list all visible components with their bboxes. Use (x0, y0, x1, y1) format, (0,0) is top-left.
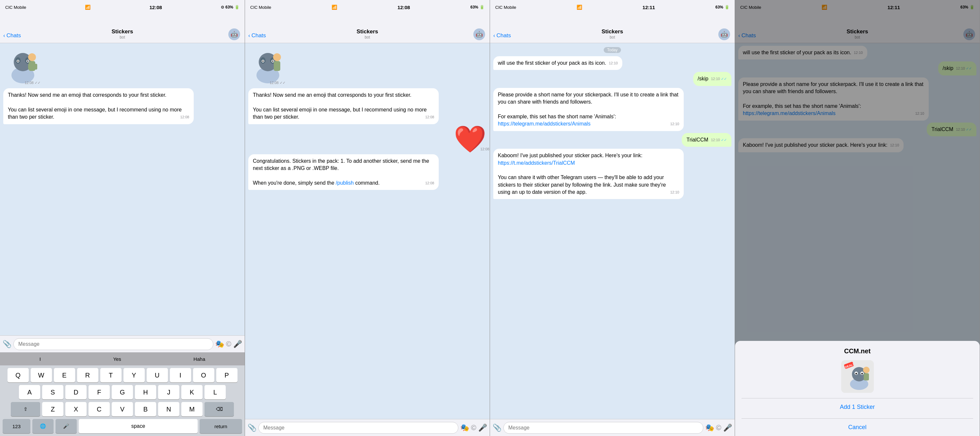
svg-point-20 (273, 53, 281, 61)
svg-rect-21 (274, 61, 280, 71)
avatar-2[interactable]: 🤖 (473, 29, 485, 40)
key-x[interactable]: X (65, 402, 87, 417)
key-k[interactable]: K (181, 385, 202, 399)
key-r[interactable]: R (77, 368, 98, 382)
panel-4: CIC Mobile 📶 12:11 63% 🔋 ‹ Chats Sticker… (735, 0, 980, 436)
key-g[interactable]: G (112, 385, 133, 399)
key-123[interactable]: 123 (3, 419, 30, 433)
key-q[interactable]: Q (8, 368, 29, 382)
gif-button-3[interactable]: © (716, 423, 721, 432)
svg-rect-11 (35, 64, 37, 70)
bubble-time-3a: 12:10 (609, 61, 618, 66)
svg-rect-31 (864, 373, 869, 380)
key-mic[interactable]: 🎤 (56, 419, 77, 433)
key-w[interactable]: W (31, 368, 52, 382)
back-button-3[interactable]: ‹ Chats (493, 32, 511, 39)
carrier-2: CIC Mobile (250, 5, 271, 10)
key-b[interactable]: B (135, 402, 156, 417)
attach-button-3[interactable]: 📎 (493, 423, 501, 432)
svg-point-19 (272, 61, 274, 62)
back-button-2[interactable]: ‹ Chats (248, 32, 266, 39)
key-row-3: ⇧ Z X C V B N M ⌫ (1, 402, 243, 417)
sticker-button-3[interactable]: 🎭 (705, 423, 714, 432)
keyboard-suggestions-1: I Yes Haha (0, 352, 245, 366)
key-d[interactable]: D (65, 385, 87, 399)
nav-title-1: Stickers (111, 29, 133, 35)
key-e[interactable]: E (54, 368, 75, 382)
gif-button-1[interactable]: © (226, 340, 231, 348)
status-icons-2: 63% 🔋 (470, 5, 484, 10)
key-s[interactable]: S (42, 385, 64, 399)
key-c[interactable]: C (89, 402, 110, 417)
mic-button-3[interactable]: 🎤 (723, 423, 732, 432)
nav-subtitle-1: bot (119, 35, 125, 40)
animals-link-3[interactable]: https://telegram.me/addstickers/Animals (498, 121, 590, 126)
gif-button-2[interactable]: © (471, 423, 476, 432)
chat-area-1: 12:08 ✓✓ Thanks! Now send me an emoji th… (0, 43, 245, 335)
battery-text-1: 63% (225, 5, 233, 10)
bubble-time-3e: 12:10 (670, 190, 679, 195)
sticker-button-1[interactable]: 🎭 (215, 340, 224, 348)
message-row-3a: will use the first sticker of your pack … (493, 56, 732, 70)
key-j[interactable]: J (158, 385, 179, 399)
bubble-text-2a: Thanks! Now send me an emoji that corres… (253, 92, 426, 120)
carrier-1: CIC Mobile (5, 5, 26, 10)
back-label-1[interactable]: Chats (6, 32, 21, 39)
key-globe[interactable]: 🌐 (32, 419, 54, 433)
modal-sticker-svg-4: DEAL! (843, 362, 872, 391)
key-t[interactable]: T (100, 368, 121, 382)
chevron-left-icon-3: ‹ (493, 32, 495, 39)
key-space[interactable]: space (79, 419, 197, 433)
key-shift[interactable]: ⇧ (11, 402, 40, 417)
attach-button-2[interactable]: 📎 (248, 423, 256, 432)
back-label-3[interactable]: Chats (496, 32, 511, 39)
key-return[interactable]: return (200, 419, 242, 433)
bubble-text-3e: Kaboom! I've just published your sticker… (498, 153, 666, 195)
message-input-2[interactable] (258, 422, 458, 434)
mic-button-1[interactable]: 🎤 (233, 340, 242, 348)
key-p[interactable]: P (216, 368, 237, 382)
key-m[interactable]: M (181, 402, 202, 417)
suggestion-yes[interactable]: Yes (113, 356, 121, 362)
svg-point-28 (855, 373, 857, 375)
message-row-3c: Please provide a short name for your sti… (493, 88, 732, 131)
key-i[interactable]: I (170, 368, 191, 382)
sticker-image-2 (248, 46, 288, 85)
add-sticker-button-4[interactable]: Add 1 Sticker (741, 398, 973, 416)
key-row-1: Q W E R T Y U I O P (1, 368, 243, 382)
publish-link-2[interactable]: /publish (336, 180, 354, 186)
key-o[interactable]: O (193, 368, 214, 382)
battery-text-2: 63% (470, 5, 478, 10)
bubble-3c: Please provide a short name for your sti… (493, 88, 684, 131)
key-l[interactable]: L (205, 385, 226, 399)
message-input-3[interactable] (503, 422, 703, 434)
back-button-1[interactable]: ‹ Chats (3, 32, 21, 39)
message-row-1: Thanks! Now send me an emoji that corres… (3, 88, 242, 124)
key-a[interactable]: A (19, 385, 40, 399)
status-icons-3: 63% 🔋 (715, 5, 729, 10)
time-3: 12:11 (643, 5, 655, 10)
key-u[interactable]: U (147, 368, 168, 382)
key-y[interactable]: Y (124, 368, 145, 382)
nav-title-2: Stickers (356, 29, 378, 35)
key-v[interactable]: V (112, 402, 133, 417)
avatar-3[interactable]: 🤖 (718, 29, 730, 40)
message-row-2a: Thanks! Now send me an emoji that corres… (248, 88, 487, 124)
key-h[interactable]: H (135, 385, 156, 399)
mic-button-2[interactable]: 🎤 (478, 423, 487, 432)
cancel-button-4[interactable]: Cancel (741, 418, 973, 436)
back-label-2[interactable]: Chats (251, 32, 266, 39)
key-backspace[interactable]: ⌫ (205, 402, 234, 417)
key-n[interactable]: N (158, 402, 179, 417)
key-f[interactable]: F (89, 385, 110, 399)
suggestion-i[interactable]: I (40, 356, 41, 362)
nav-bar-1: ‹ Chats Stickers bot 🤖 (0, 14, 245, 43)
key-z[interactable]: Z (42, 402, 64, 417)
avatar-1[interactable]: 🤖 (228, 29, 240, 40)
message-input-1[interactable] (13, 338, 213, 350)
pack-link-3[interactable]: https://t.me/addstickers/TrialCCM (498, 160, 575, 166)
message-row-3d: TrialCCM 12:10 (493, 133, 732, 147)
suggestion-haha[interactable]: Haha (193, 356, 205, 362)
attach-button-1[interactable]: 📎 (3, 340, 11, 348)
sticker-button-2[interactable]: 🎭 (460, 423, 469, 432)
